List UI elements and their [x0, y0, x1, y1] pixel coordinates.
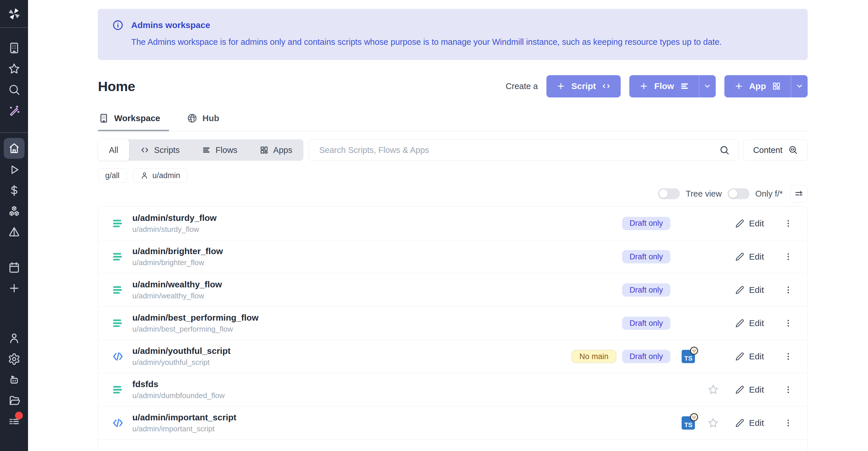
advanced-filter-button[interactable]: [790, 185, 808, 202]
item-path: u/admin/dumbfounded_flow: [132, 391, 224, 400]
content-search-button[interactable]: Content: [743, 139, 808, 161]
sidebar-item-ai[interactable]: [3, 100, 25, 121]
script-icon: [112, 350, 124, 363]
search-icon[interactable]: [719, 145, 730, 155]
chip-g-all[interactable]: g/all: [98, 168, 127, 183]
main-content: Admins workspace The Admins workspace is…: [28, 0, 868, 451]
sidebar-item-audit-logs[interactable]: [3, 411, 25, 432]
draft-only-badge: Draft only: [622, 350, 671, 363]
chip-u-admin[interactable]: u/admin: [133, 168, 188, 183]
table-row[interactable]: u/admin/best_performing_flow u/admin/bes…: [98, 306, 807, 340]
table-row[interactable]: u/admin/wealthy_flow u/admin/wealthy_flo…: [98, 273, 807, 306]
flow-icon: [112, 383, 124, 396]
chip-u-admin-label: u/admin: [153, 171, 180, 180]
pencil-icon: [735, 418, 744, 428]
play-icon: [8, 163, 21, 176]
create-app-split-button: App: [724, 75, 808, 97]
row-menu-button[interactable]: [782, 418, 794, 428]
notification-dot: [15, 412, 23, 420]
sidebar-item-workspace[interactable]: [3, 38, 25, 58]
sidebar-item-settings[interactable]: [3, 349, 25, 369]
sidebar-item-schedules[interactable]: [3, 257, 25, 278]
tree-view-toggle[interactable]: [658, 188, 680, 199]
search-code-icon: [788, 145, 798, 155]
create-script-button[interactable]: Script: [547, 75, 621, 97]
sidebar-item-resources[interactable]: [3, 201, 25, 222]
item-title[interactable]: u/admin/youthful_script: [132, 346, 230, 356]
kebab-icon: [783, 418, 793, 428]
tab-hub[interactable]: Hub: [186, 113, 228, 131]
content-button-label: Content: [753, 145, 782, 155]
sidebar-top-nav: [0, 28, 28, 132]
star-icon: [8, 62, 21, 75]
item-title[interactable]: u/admin/brighter_flow: [132, 246, 223, 256]
table-row[interactable]: u/admin/sturdy_flow u/admin/sturdy_flow …: [98, 207, 807, 240]
sidebar-item-home[interactable]: [3, 137, 25, 159]
sidebar-item-favorites[interactable]: [3, 58, 25, 79]
filter-flows[interactable]: Flows: [191, 139, 248, 161]
edit-button-label: Edit: [749, 218, 764, 229]
only-f-toggle[interactable]: [727, 188, 749, 199]
app-grid-icon: [259, 145, 269, 155]
star-icon[interactable]: [707, 384, 719, 395]
app-window: Admins workspace The Admins workspace is…: [0, 0, 868, 451]
row-menu-button[interactable]: [782, 318, 794, 328]
item-title[interactable]: fdsfds: [132, 379, 224, 389]
sidebar-item-search[interactable]: [3, 79, 25, 100]
item-title[interactable]: u/admin/best_performing_flow: [132, 313, 258, 323]
sidebar-item-workers[interactable]: [3, 369, 25, 390]
create-flow-button[interactable]: Flow: [629, 75, 699, 97]
filter-controls: All Scripts Flows Apps Cont: [98, 139, 808, 161]
edit-button[interactable]: Edit: [735, 418, 764, 428]
filter-scripts[interactable]: Scripts: [129, 139, 191, 161]
sidebar-item-variables[interactable]: [3, 180, 25, 201]
filter-all[interactable]: All: [98, 139, 129, 161]
search-input[interactable]: [309, 139, 739, 161]
table-row[interactable]: u/admin/brighter_flow u/admin/brighter_f…: [98, 240, 807, 273]
sidebar-item-folders[interactable]: [3, 390, 25, 411]
filter-apps[interactable]: Apps: [248, 139, 303, 161]
edit-button[interactable]: Edit: [735, 352, 764, 361]
row-menu-button[interactable]: [782, 352, 794, 361]
sidebar-item-pyramid[interactable]: [3, 222, 25, 243]
tab-workspace[interactable]: Workspace: [98, 113, 169, 131]
code-icon: [601, 82, 611, 91]
star-icon[interactable]: [707, 417, 719, 429]
table-row[interactable]: u/admin/important_script u/admin/importa…: [98, 406, 807, 440]
banner-body: The Admins workspace is for admins only …: [131, 37, 794, 47]
edit-button[interactable]: Edit: [735, 285, 764, 295]
tab-bar: Workspace Hub: [98, 113, 808, 131]
boxes-icon: [8, 205, 21, 218]
create-app-dropdown-button[interactable]: [791, 75, 808, 97]
edit-button[interactable]: Edit: [735, 385, 764, 395]
create-script-label: Script: [571, 81, 596, 91]
table-row[interactable]: fdsfds u/admin/dumbfounded_flow TS Edit: [98, 373, 807, 406]
edit-button-label: Edit: [749, 418, 764, 428]
sidebar-item-user[interactable]: [3, 328, 25, 349]
items-table: u/admin/sturdy_flow u/admin/sturdy_flow …: [98, 206, 808, 451]
sidebar-item-runs[interactable]: [3, 159, 25, 180]
table-row[interactable]: u/admin/youthful_script u/admin/youthful…: [98, 340, 807, 373]
item-path: u/admin/sturdy_flow: [132, 225, 217, 234]
item-badges: Draft only: [622, 283, 671, 297]
edit-button[interactable]: Edit: [735, 218, 764, 229]
create-flow-dropdown-button[interactable]: [699, 75, 716, 97]
windmill-logo[interactable]: [0, 0, 28, 28]
sidebar-item-add[interactable]: [3, 278, 25, 299]
draft-only-badge: Draft only: [622, 217, 671, 230]
edit-button[interactable]: Edit: [735, 318, 764, 328]
edit-button[interactable]: Edit: [735, 252, 764, 262]
flow-icon: [112, 450, 124, 451]
item-title[interactable]: u/admin/important_script: [132, 413, 236, 422]
kebab-icon: [783, 385, 793, 395]
create-app-button[interactable]: App: [724, 75, 791, 97]
row-menu-button[interactable]: [782, 218, 794, 229]
row-menu-button[interactable]: [782, 252, 794, 262]
table-row[interactable]: u/admin/generous_flow TS Edit: [98, 440, 807, 451]
typescript-bun-icon: TS: [682, 350, 695, 363]
row-menu-button[interactable]: [782, 385, 794, 395]
item-title[interactable]: u/admin/sturdy_flow: [132, 213, 217, 223]
item-title[interactable]: u/admin/wealthy_flow: [132, 279, 222, 290]
row-menu-button[interactable]: [782, 285, 794, 295]
info-icon: [112, 19, 124, 31]
